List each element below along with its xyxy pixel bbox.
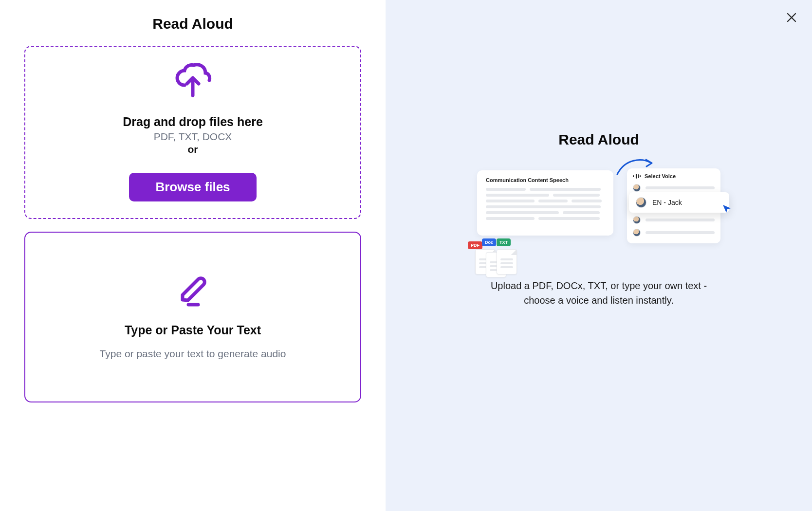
- voice-selected-label: EN - Jack: [652, 199, 682, 206]
- dropzone-or-label: or: [188, 144, 198, 155]
- info-description: Upload a PDF, DOCx, TXT, or type your ow…: [477, 278, 720, 308]
- text-card-heading: Type or Paste Your Text: [125, 323, 261, 337]
- info-title: Read Aloud: [558, 131, 639, 148]
- text-input-card[interactable]: Type or Paste Your Text Type or paste yo…: [24, 232, 361, 402]
- cloud-upload-icon: [173, 63, 212, 100]
- voice-selected-card: EN - Jack: [629, 192, 729, 213]
- page-title: Read Aloud: [152, 16, 233, 32]
- text-card-subheading: Type or paste your text to generate audi…: [100, 348, 286, 360]
- document-card-title: Communication Content Speech: [486, 177, 605, 183]
- doc-chip: Doc: [482, 238, 496, 246]
- feature-illustration: Communication Content Speech PDF Doc TXT…: [477, 165, 720, 251]
- voice-panel-header: Select Voice: [645, 173, 676, 179]
- avatar: [636, 197, 646, 208]
- pencil-icon: [176, 274, 210, 309]
- close-icon: [786, 12, 797, 23]
- file-dropzone[interactable]: Drag and drop files here PDF, TXT, DOCX …: [24, 46, 361, 219]
- left-panel: Read Aloud Drag and drop files here PDF,…: [0, 0, 386, 511]
- avatar: [633, 216, 641, 224]
- pdf-chip: PDF: [468, 241, 482, 249]
- cursor-icon: [721, 203, 732, 214]
- close-button[interactable]: [785, 11, 798, 24]
- document-card-illustration: Communication Content Speech: [477, 170, 613, 236]
- dropzone-formats-label: PDF, TXT, DOCX: [154, 131, 232, 143]
- browse-files-button[interactable]: Browse files: [129, 173, 256, 201]
- sound-wave-icon: [633, 174, 641, 179]
- avatar: [633, 184, 641, 192]
- avatar: [633, 229, 641, 237]
- dropzone-heading: Drag and drop files here: [123, 115, 263, 129]
- right-panel: Read Aloud Communication Content Speech …: [386, 0, 812, 511]
- txt-chip: TXT: [497, 238, 511, 246]
